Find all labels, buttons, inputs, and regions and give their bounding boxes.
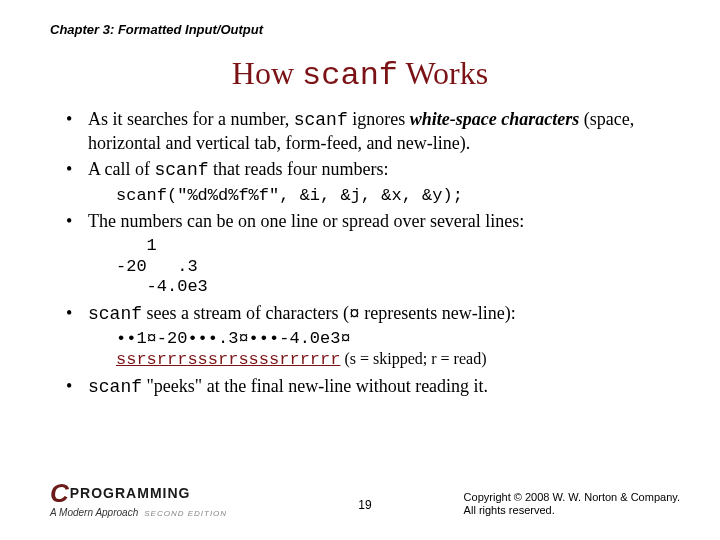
b5-code: scanf [88, 377, 142, 397]
chapter-label: Chapter 3: Formatted Input/Output [50, 22, 263, 37]
b5-t1: "peeks" at the final new-line without re… [142, 376, 488, 396]
bullet-2: A call of scanf that reads four numbers:… [60, 158, 680, 206]
b3-t1: The numbers can be on one line or spread… [88, 211, 524, 231]
logo-edition: SECOND EDITION [144, 509, 227, 518]
copyright-line2: All rights reserved. [464, 504, 680, 518]
bullet-3: The numbers can be on one line or spread… [60, 210, 680, 298]
footer: CPROGRAMMING A Modern ApproachSECOND EDI… [50, 478, 680, 518]
b2-t1: A call of [88, 159, 154, 179]
b2-codeblock: scanf("%d%d%f%f", &i, &j, &x, &y); [116, 186, 680, 206]
b4-legend-open: ( [340, 350, 349, 367]
b4-stream: ••1¤-20•••.3¤•••-4.0e3¤ [116, 329, 680, 349]
b4-t2: represents new-line): [360, 303, 516, 323]
title-code: scanf [302, 57, 398, 94]
b1-t2: ignores [348, 109, 410, 129]
copyright: Copyright © 2008 W. W. Norton & Company.… [464, 491, 680, 519]
b4-legend-seq: = skipped; [356, 350, 431, 367]
b4-sym: ¤ [349, 304, 360, 324]
title-post: Works [398, 55, 488, 91]
title-pre: How [232, 55, 302, 91]
b2-code: scanf [154, 160, 208, 180]
page-number: 19 [358, 498, 371, 512]
b3-codeblock: 1 -20 .3 -4.0e3 [116, 236, 680, 297]
b4-legend-req: = read) [437, 350, 487, 367]
b2-t2: that reads four numbers: [209, 159, 389, 179]
b1-em: white-space characters [410, 109, 579, 129]
bullet-list: As it searches for a number, scanf ignor… [60, 108, 680, 398]
bullet-1: As it searches for a number, scanf ignor… [60, 108, 680, 154]
book-logo: CPROGRAMMING A Modern ApproachSECOND EDI… [50, 478, 227, 518]
bullet-5: scanf "peeks" at the final new-line with… [60, 375, 680, 399]
b4-sr-letters: ssrsrrrsssrrssssrrrrrr [116, 350, 340, 369]
b1-code: scanf [294, 110, 348, 130]
copyright-line1: Copyright © 2008 W. W. Norton & Company. [464, 491, 680, 505]
b4-sr-row: ssrsrrrsssrrssssrrrrrr (s = skipped; r =… [116, 349, 680, 370]
logo-c: C [50, 478, 70, 508]
b4-t1: sees a stream of characters ( [142, 303, 349, 323]
page-title: How scanf Works [0, 55, 720, 94]
logo-subtitle: A Modern Approach [50, 507, 138, 518]
b4-code: scanf [88, 304, 142, 324]
bullet-4: scanf sees a stream of characters (¤ rep… [60, 302, 680, 371]
b1-t1: As it searches for a number, [88, 109, 294, 129]
logo-programming: PROGRAMMING [70, 485, 191, 501]
